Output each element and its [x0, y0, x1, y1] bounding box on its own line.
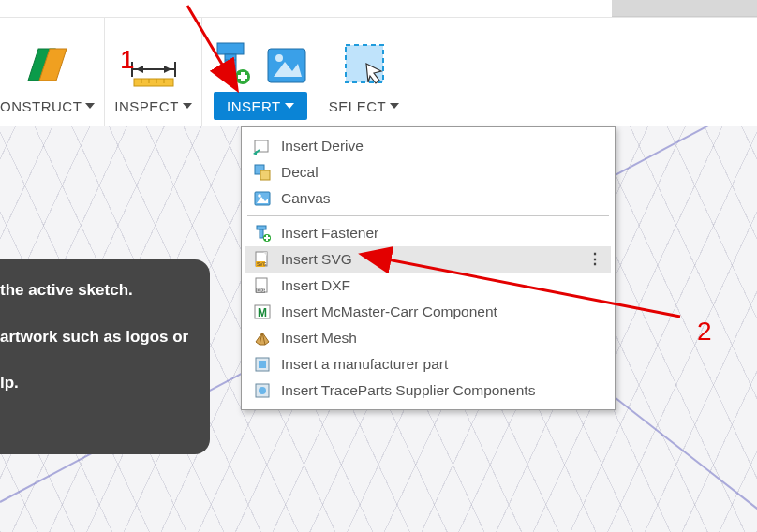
- menu-item-canvas[interactable]: Canvas: [245, 185, 611, 212]
- dxf-file-icon: DXF: [253, 276, 272, 295]
- menu-item-label: Insert Fastener: [281, 225, 378, 242]
- svg-rect-49: [259, 361, 266, 368]
- toolbar-label: INSPECT: [114, 98, 179, 114]
- menu-item-label: Insert TraceParts Supplier Components: [281, 382, 535, 399]
- svg-rect-12: [217, 43, 244, 54]
- kebab-icon[interactable]: ⋮: [587, 251, 603, 268]
- top-ghost-tab: [612, 0, 757, 17]
- insert-fastener-icon: [212, 39, 255, 92]
- svg-rect-19: [238, 75, 247, 79]
- construct-plane-icon: [23, 43, 72, 92]
- menu-item-insert-mcmaster[interactable]: M Insert McMaster-Carr Component: [245, 299, 611, 325]
- menu-item-label: Insert SVG: [281, 251, 352, 268]
- app-stage: ONSTRUCT: [0, 0, 757, 532]
- svg-text:SVG: SVG: [257, 261, 267, 267]
- decal-icon: [253, 163, 272, 182]
- menu-item-insert-derive[interactable]: Insert Derive: [245, 133, 611, 159]
- toolbar-label: INSERT: [227, 98, 281, 114]
- annotation-number-2: 2: [697, 317, 712, 347]
- menu-item-insert-manufacturer-part[interactable]: Insert a manufacturer part: [245, 351, 611, 377]
- svg-rect-33: [260, 229, 263, 238]
- svg-point-22: [275, 54, 283, 62]
- toolbar-group-select[interactable]: SELECT: [319, 18, 408, 126]
- menu-item-label: Insert Derive: [281, 138, 364, 155]
- manufacturer-part-icon: [253, 355, 272, 374]
- menu-item-insert-traceparts[interactable]: Insert TraceParts Supplier Components: [245, 377, 611, 404]
- svg-file-icon: SVG: [253, 250, 272, 269]
- svg-point-31: [258, 194, 261, 198]
- menu-item-insert-fastener[interactable]: Insert Fastener: [245, 220, 611, 246]
- chevron-down-icon: [85, 103, 95, 109]
- svg-rect-36: [264, 237, 270, 239]
- menu-item-label: Canvas: [281, 190, 331, 207]
- svg-text:M: M: [258, 306, 267, 319]
- tooltip-line: artwork such as logos or: [0, 325, 193, 349]
- svg-rect-23: [346, 45, 383, 82]
- insert-canvas-icon: [264, 43, 309, 92]
- menu-item-label: Insert a manufacturer part: [281, 356, 448, 373]
- toolbar-group-insert[interactable]: INSERT: [201, 18, 319, 126]
- annotation-number-1: 1: [120, 45, 135, 75]
- menu-item-insert-dxf[interactable]: DXF Insert DXF: [245, 273, 611, 299]
- chevron-down-icon: [183, 103, 192, 109]
- toolbar-label: SELECT: [329, 98, 386, 114]
- svg-marker-5: [136, 66, 143, 73]
- menu-item-label: Insert McMaster-Carr Component: [281, 303, 497, 320]
- select-icon: [340, 39, 389, 92]
- mesh-icon: [253, 329, 272, 347]
- canvas-icon: [253, 189, 272, 208]
- toolbar-group-construct[interactable]: ONSTRUCT: [0, 18, 104, 126]
- insert-dropdown-menu: Insert Derive Decal Canvas Insert Fasten…: [241, 126, 616, 410]
- svg-point-51: [259, 387, 266, 394]
- svg-marker-6: [164, 66, 171, 73]
- menu-item-decal[interactable]: Decal: [245, 159, 611, 185]
- derive-icon: [253, 137, 272, 155]
- menu-item-insert-mesh[interactable]: Insert Mesh: [245, 325, 611, 351]
- svg-text:DXF: DXF: [257, 288, 266, 293]
- traceparts-icon: [253, 381, 272, 400]
- menu-item-label: Decal: [281, 164, 319, 181]
- main-toolbar: ONSTRUCT: [0, 17, 757, 126]
- svg-rect-28: [260, 170, 270, 180]
- toolbar-group-inspect[interactable]: INSPECT: [104, 18, 201, 126]
- svg-rect-7: [134, 79, 173, 86]
- menu-item-label: Insert DXF: [281, 277, 350, 294]
- fastener-icon: [253, 224, 272, 243]
- menu-item-label: Insert Mesh: [281, 330, 357, 347]
- menu-separator: [247, 215, 609, 216]
- mcmaster-icon: M: [253, 303, 272, 321]
- chevron-down-icon: [390, 103, 399, 109]
- svg-rect-32: [257, 226, 266, 229]
- menu-item-insert-svg[interactable]: SVG Insert SVG ⋮: [245, 246, 611, 273]
- svg-rect-25: [255, 140, 268, 152]
- tooltip-line: lp.: [0, 371, 193, 395]
- toolbar-label: ONSTRUCT: [0, 98, 82, 114]
- toolbar-label-active[interactable]: INSERT: [214, 92, 307, 120]
- svg-rect-13: [225, 54, 236, 79]
- chevron-down-icon: [285, 103, 294, 109]
- tooltip-line: the active sketch.: [0, 278, 193, 303]
- help-tooltip: the active sketch. artwork such as logos…: [0, 259, 210, 454]
